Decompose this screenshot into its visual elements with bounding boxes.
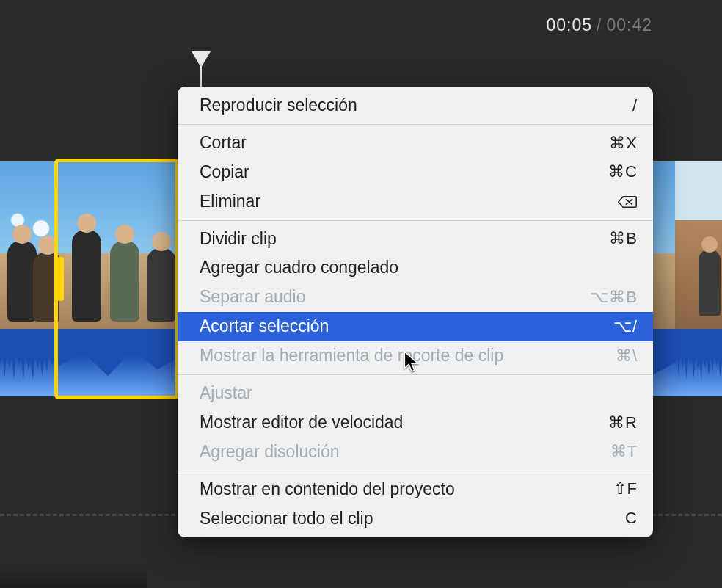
menu-item-label: Ajustar xyxy=(200,382,622,404)
clip-audio-waveform xyxy=(0,329,59,396)
menu-item-label: Acortar selección xyxy=(200,316,599,338)
menu-item-label: Mostrar en contenido del proyecto xyxy=(200,479,599,501)
menu-item-shortcut: C xyxy=(625,508,637,529)
menu-item-shortcut: ⇧F xyxy=(613,479,637,500)
menu-separator xyxy=(178,471,653,471)
menu-item-shortcut xyxy=(618,195,637,209)
menu-item-label: Cortar xyxy=(200,132,594,154)
clip-context-menu: Reproducir selección/Cortar⌘XCopiar⌘CEli… xyxy=(178,87,653,537)
menu-item-label: Reproducir selección xyxy=(200,95,618,117)
timeline-clip[interactable] xyxy=(0,161,59,396)
playhead-line[interactable] xyxy=(200,66,202,88)
menu-item-mostrar-en-contenido-del-proyecto[interactable]: Mostrar en contenido del proyecto⇧F xyxy=(178,475,653,504)
menu-item-label: Eliminar xyxy=(200,191,603,213)
menu-separator xyxy=(178,124,653,125)
menu-item-separar-audio: Separar audio⌥⌘B xyxy=(178,283,653,312)
timecode-total: 00:42 xyxy=(606,15,652,35)
menu-item-copiar[interactable]: Copiar⌘C xyxy=(178,158,653,187)
menu-item-ajustar: Ajustar xyxy=(178,379,653,408)
clip-audio-waveform xyxy=(675,329,722,396)
menu-item-shortcut: ⌘\ xyxy=(616,346,637,367)
menu-item-agregar-disolucion: Agregar disolución⌘T xyxy=(178,438,653,467)
menu-item-eliminar[interactable]: Eliminar xyxy=(178,187,653,217)
menu-item-acortar-seleccion[interactable]: Acortar selección⌥/ xyxy=(178,312,653,341)
menu-item-reproducir-seleccion[interactable]: Reproducir selección/ xyxy=(178,91,653,120)
menu-item-label: Mostrar editor de velocidad xyxy=(200,412,594,434)
timecode-display: 00:05 / 00:42 xyxy=(0,0,722,50)
menu-item-shortcut: ⌘C xyxy=(608,161,637,183)
menu-item-mostrar-la-herramienta-de-recorte-de-clip: Mostrar la herramienta de recorte de cli… xyxy=(178,341,653,371)
timeline-clip[interactable] xyxy=(675,161,722,396)
menu-item-label: Agregar cuadro congelado xyxy=(200,257,622,279)
menu-item-label: Mostrar la herramienta de recorte de cli… xyxy=(200,345,601,367)
clip-video-thumbnail xyxy=(675,161,722,329)
playhead-marker-icon[interactable] xyxy=(192,51,211,68)
menu-item-seleccionar-todo-el-clip[interactable]: Seleccionar todo el clipC xyxy=(178,504,653,534)
menu-separator xyxy=(178,374,653,375)
menu-item-label: Dividir clip xyxy=(200,228,594,250)
menu-item-shortcut: ⌘R xyxy=(608,413,637,434)
delete-left-icon xyxy=(618,195,637,209)
clip-video-thumbnail xyxy=(0,161,59,329)
menu-item-shortcut: ⌘B xyxy=(609,228,637,250)
menu-separator xyxy=(178,220,653,221)
menu-item-label: Seleccionar todo el clip xyxy=(200,508,610,530)
menu-item-label: Copiar xyxy=(200,161,594,184)
menu-item-cortar[interactable]: Cortar⌘X xyxy=(178,128,653,158)
timecode-separator: / xyxy=(597,15,602,35)
menu-item-shortcut: ⌘X xyxy=(609,133,637,154)
menu-item-shortcut: ⌘T xyxy=(610,441,637,462)
menu-item-dividir-clip[interactable]: Dividir clip⌘B xyxy=(178,225,653,254)
menu-item-agregar-cuadro-congelado[interactable]: Agregar cuadro congelado xyxy=(178,253,653,283)
menu-item-shortcut: ⌥⌘B xyxy=(590,287,637,308)
menu-item-shortcut: ⌥/ xyxy=(613,316,637,338)
menu-item-label: Separar audio xyxy=(200,286,575,308)
timecode-current: 00:05 xyxy=(546,15,592,35)
menu-item-shortcut: / xyxy=(632,95,637,117)
menu-item-mostrar-editor-de-velocidad[interactable]: Mostrar editor de velocidad⌘R xyxy=(178,408,653,438)
menu-item-label: Agregar disolución xyxy=(200,441,596,463)
bottom-edge xyxy=(0,566,147,588)
